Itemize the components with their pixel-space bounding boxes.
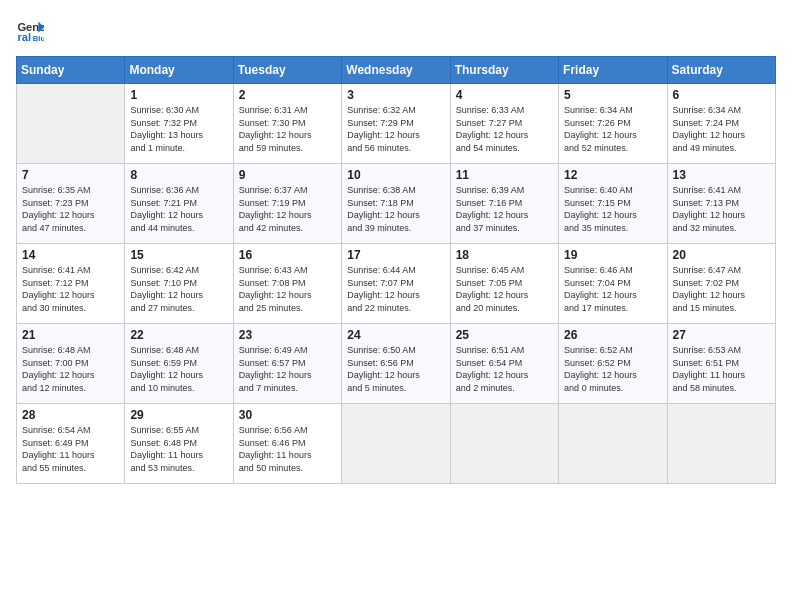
day-info: Sunrise: 6:48 AM Sunset: 7:00 PM Dayligh… [22,344,119,394]
day-number: 17 [347,248,444,262]
calendar-cell [667,404,775,484]
calendar-cell: 18Sunrise: 6:45 AM Sunset: 7:05 PM Dayli… [450,244,558,324]
day-info: Sunrise: 6:54 AM Sunset: 6:49 PM Dayligh… [22,424,119,474]
day-info: Sunrise: 6:31 AM Sunset: 7:30 PM Dayligh… [239,104,336,154]
day-number: 1 [130,88,227,102]
svg-text:ral: ral [17,31,31,43]
day-number: 6 [673,88,770,102]
day-info: Sunrise: 6:38 AM Sunset: 7:18 PM Dayligh… [347,184,444,234]
day-info: Sunrise: 6:39 AM Sunset: 7:16 PM Dayligh… [456,184,553,234]
svg-text:Blue: Blue [33,34,44,43]
logo: Gene ral Blue [16,16,48,44]
calendar-cell: 26Sunrise: 6:52 AM Sunset: 6:52 PM Dayli… [559,324,667,404]
weekday-header: Wednesday [342,57,450,84]
day-info: Sunrise: 6:49 AM Sunset: 6:57 PM Dayligh… [239,344,336,394]
calendar-cell: 27Sunrise: 6:53 AM Sunset: 6:51 PM Dayli… [667,324,775,404]
calendar-cell: 28Sunrise: 6:54 AM Sunset: 6:49 PM Dayli… [17,404,125,484]
day-number: 9 [239,168,336,182]
day-info: Sunrise: 6:47 AM Sunset: 7:02 PM Dayligh… [673,264,770,314]
day-info: Sunrise: 6:34 AM Sunset: 7:24 PM Dayligh… [673,104,770,154]
weekday-header: Thursday [450,57,558,84]
day-info: Sunrise: 6:45 AM Sunset: 7:05 PM Dayligh… [456,264,553,314]
calendar-cell [17,84,125,164]
weekday-header: Sunday [17,57,125,84]
calendar-cell [450,404,558,484]
day-info: Sunrise: 6:56 AM Sunset: 6:46 PM Dayligh… [239,424,336,474]
calendar-week-row: 7Sunrise: 6:35 AM Sunset: 7:23 PM Daylig… [17,164,776,244]
day-number: 21 [22,328,119,342]
weekday-header: Monday [125,57,233,84]
day-info: Sunrise: 6:41 AM Sunset: 7:13 PM Dayligh… [673,184,770,234]
day-number: 16 [239,248,336,262]
calendar-cell [559,404,667,484]
day-number: 10 [347,168,444,182]
day-number: 15 [130,248,227,262]
day-info: Sunrise: 6:43 AM Sunset: 7:08 PM Dayligh… [239,264,336,314]
weekday-header: Saturday [667,57,775,84]
day-info: Sunrise: 6:51 AM Sunset: 6:54 PM Dayligh… [456,344,553,394]
day-number: 3 [347,88,444,102]
calendar-cell: 11Sunrise: 6:39 AM Sunset: 7:16 PM Dayli… [450,164,558,244]
day-info: Sunrise: 6:44 AM Sunset: 7:07 PM Dayligh… [347,264,444,314]
calendar-cell: 16Sunrise: 6:43 AM Sunset: 7:08 PM Dayli… [233,244,341,324]
calendar-cell: 14Sunrise: 6:41 AM Sunset: 7:12 PM Dayli… [17,244,125,324]
day-number: 14 [22,248,119,262]
calendar-cell: 3Sunrise: 6:32 AM Sunset: 7:29 PM Daylig… [342,84,450,164]
calendar-cell: 7Sunrise: 6:35 AM Sunset: 7:23 PM Daylig… [17,164,125,244]
calendar-header-row: SundayMondayTuesdayWednesdayThursdayFrid… [17,57,776,84]
day-info: Sunrise: 6:37 AM Sunset: 7:19 PM Dayligh… [239,184,336,234]
day-info: Sunrise: 6:34 AM Sunset: 7:26 PM Dayligh… [564,104,661,154]
calendar-week-row: 1Sunrise: 6:30 AM Sunset: 7:32 PM Daylig… [17,84,776,164]
day-number: 20 [673,248,770,262]
calendar-cell: 30Sunrise: 6:56 AM Sunset: 6:46 PM Dayli… [233,404,341,484]
day-number: 23 [239,328,336,342]
day-info: Sunrise: 6:53 AM Sunset: 6:51 PM Dayligh… [673,344,770,394]
day-info: Sunrise: 6:48 AM Sunset: 6:59 PM Dayligh… [130,344,227,394]
calendar-cell [342,404,450,484]
calendar-week-row: 14Sunrise: 6:41 AM Sunset: 7:12 PM Dayli… [17,244,776,324]
calendar-table: SundayMondayTuesdayWednesdayThursdayFrid… [16,56,776,484]
logo-icon: Gene ral Blue [16,16,44,44]
calendar-cell: 20Sunrise: 6:47 AM Sunset: 7:02 PM Dayli… [667,244,775,324]
calendar-cell: 23Sunrise: 6:49 AM Sunset: 6:57 PM Dayli… [233,324,341,404]
day-number: 13 [673,168,770,182]
day-number: 30 [239,408,336,422]
day-number: 5 [564,88,661,102]
calendar-cell: 21Sunrise: 6:48 AM Sunset: 7:00 PM Dayli… [17,324,125,404]
calendar-cell: 13Sunrise: 6:41 AM Sunset: 7:13 PM Dayli… [667,164,775,244]
day-number: 8 [130,168,227,182]
calendar-cell: 6Sunrise: 6:34 AM Sunset: 7:24 PM Daylig… [667,84,775,164]
calendar-cell: 12Sunrise: 6:40 AM Sunset: 7:15 PM Dayli… [559,164,667,244]
day-number: 11 [456,168,553,182]
day-number: 2 [239,88,336,102]
day-number: 22 [130,328,227,342]
day-info: Sunrise: 6:33 AM Sunset: 7:27 PM Dayligh… [456,104,553,154]
page-header: Gene ral Blue [16,16,776,44]
calendar-cell: 4Sunrise: 6:33 AM Sunset: 7:27 PM Daylig… [450,84,558,164]
weekday-header: Tuesday [233,57,341,84]
day-info: Sunrise: 6:55 AM Sunset: 6:48 PM Dayligh… [130,424,227,474]
day-info: Sunrise: 6:30 AM Sunset: 7:32 PM Dayligh… [130,104,227,154]
day-info: Sunrise: 6:42 AM Sunset: 7:10 PM Dayligh… [130,264,227,314]
day-info: Sunrise: 6:41 AM Sunset: 7:12 PM Dayligh… [22,264,119,314]
calendar-cell: 2Sunrise: 6:31 AM Sunset: 7:30 PM Daylig… [233,84,341,164]
calendar-cell: 29Sunrise: 6:55 AM Sunset: 6:48 PM Dayli… [125,404,233,484]
day-info: Sunrise: 6:50 AM Sunset: 6:56 PM Dayligh… [347,344,444,394]
day-info: Sunrise: 6:36 AM Sunset: 7:21 PM Dayligh… [130,184,227,234]
day-info: Sunrise: 6:32 AM Sunset: 7:29 PM Dayligh… [347,104,444,154]
calendar-cell: 17Sunrise: 6:44 AM Sunset: 7:07 PM Dayli… [342,244,450,324]
calendar-cell: 1Sunrise: 6:30 AM Sunset: 7:32 PM Daylig… [125,84,233,164]
calendar-cell: 9Sunrise: 6:37 AM Sunset: 7:19 PM Daylig… [233,164,341,244]
calendar-cell: 19Sunrise: 6:46 AM Sunset: 7:04 PM Dayli… [559,244,667,324]
day-number: 12 [564,168,661,182]
calendar-cell: 10Sunrise: 6:38 AM Sunset: 7:18 PM Dayli… [342,164,450,244]
day-number: 24 [347,328,444,342]
day-number: 28 [22,408,119,422]
calendar-cell: 22Sunrise: 6:48 AM Sunset: 6:59 PM Dayli… [125,324,233,404]
day-info: Sunrise: 6:35 AM Sunset: 7:23 PM Dayligh… [22,184,119,234]
weekday-header: Friday [559,57,667,84]
calendar-week-row: 21Sunrise: 6:48 AM Sunset: 7:00 PM Dayli… [17,324,776,404]
day-info: Sunrise: 6:46 AM Sunset: 7:04 PM Dayligh… [564,264,661,314]
day-number: 29 [130,408,227,422]
calendar-week-row: 28Sunrise: 6:54 AM Sunset: 6:49 PM Dayli… [17,404,776,484]
